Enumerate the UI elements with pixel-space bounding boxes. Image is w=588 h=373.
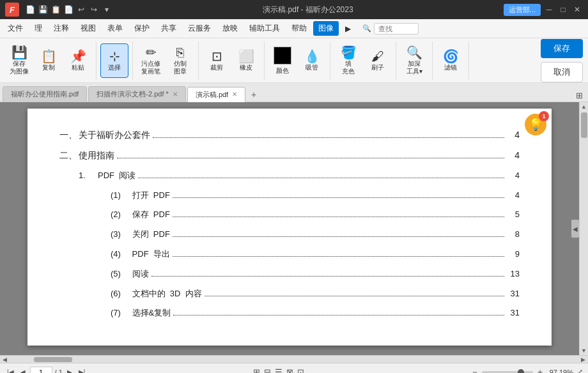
save-as-image-button[interactable]: 💾 保存为图像 xyxy=(5,43,33,78)
two-page-icon[interactable]: ⊠ xyxy=(286,367,293,373)
next-page-button[interactable]: ▶ xyxy=(65,368,74,373)
scroll-up-arrow[interactable]: ▲ xyxy=(580,102,589,111)
tab-label: 福昕办公使用指南.pdf xyxy=(11,89,79,99)
search-input[interactable] xyxy=(374,23,419,34)
eraser-button[interactable]: ⬜ 橡皮 xyxy=(232,43,260,78)
toc-dots xyxy=(173,197,504,198)
menu-view[interactable]: 视图 xyxy=(75,21,101,36)
menu-protect[interactable]: 保护 xyxy=(129,21,155,36)
cancel-button[interactable]: 取消 xyxy=(541,62,583,82)
tab-scan-doc[interactable]: 扫描件演示文档-2.pdf * ✕ xyxy=(88,86,185,102)
first-page-button[interactable]: |◀ xyxy=(5,368,16,373)
save-button[interactable]: 保存 xyxy=(541,39,583,58)
tab-list-icon[interactable]: ⊞ xyxy=(573,89,585,102)
select-button[interactable]: ⊹ 选择 xyxy=(100,43,128,78)
tool-group-deepen: 🔍 加深工具▾ xyxy=(400,42,433,80)
undo-icon[interactable]: ↩ xyxy=(75,4,87,15)
close-button[interactable]: ✕ xyxy=(571,4,583,15)
page-navigation: |◀ ◀ / 1 ▶ ▶| xyxy=(5,367,87,374)
brush-button[interactable]: 🖌 刷子 xyxy=(364,43,392,78)
right-scrollbar[interactable]: ▲ ▼ xyxy=(579,102,588,355)
menu-file[interactable]: 文件 xyxy=(3,21,28,36)
h-scroll-left-arrow[interactable]: ◀ xyxy=(1,356,8,363)
maximize-button[interactable]: □ xyxy=(557,4,569,15)
toc-page: 5 xyxy=(507,208,520,222)
color-swatch xyxy=(274,47,291,65)
zoom-out-button[interactable]: － xyxy=(470,367,479,374)
toc-number: 一、 xyxy=(59,128,79,142)
side-collapse-arrow[interactable]: ◀ xyxy=(571,220,579,238)
toc-page: 4 xyxy=(507,128,520,142)
menu-image[interactable]: 图像 xyxy=(313,21,339,36)
continuous-icon[interactable]: ☰ xyxy=(275,367,282,373)
horizontal-scrollbar[interactable]: ◀ ▶ xyxy=(0,355,588,363)
h-scroll-right-arrow[interactable]: ▶ xyxy=(580,356,587,363)
notification-icon[interactable]: 💡 1 xyxy=(525,114,546,135)
toc-page: 9 xyxy=(507,248,520,261)
toc-dots xyxy=(153,137,504,138)
tab-fuxin-guide[interactable]: 福昕办公使用指南.pdf xyxy=(3,86,87,102)
menu-edit[interactable]: 理 xyxy=(29,21,47,36)
toc-title: 关于福昕办公套件 xyxy=(79,128,150,142)
tab-add-button[interactable]: + xyxy=(247,88,261,102)
toc-number: (6) xyxy=(111,287,130,301)
redo-icon[interactable]: ↪ xyxy=(88,4,100,15)
scroll-thumb[interactable] xyxy=(581,112,587,138)
menu-cloud[interactable]: 云服务 xyxy=(183,21,216,36)
more-icon[interactable]: ▾ xyxy=(101,4,112,15)
tab-demo[interactable]: 演示稿.pdf ✕ xyxy=(187,87,245,102)
copy-button[interactable]: 📋 复制 xyxy=(35,43,63,78)
h-scroll-thumb[interactable] xyxy=(34,357,72,362)
menu-share[interactable]: 共享 xyxy=(156,21,182,36)
tool-group-fill: 🪣 填充色 🖌 刷子 xyxy=(334,42,396,80)
toc-title: 使用指南 xyxy=(79,148,114,162)
zoom-slider[interactable] xyxy=(482,371,533,374)
menu-comment[interactable]: 注释 xyxy=(49,21,74,36)
tab-close-icon[interactable]: ✕ xyxy=(232,91,237,98)
fill-button[interactable]: 🪣 填充色 xyxy=(334,43,362,78)
copy-icon[interactable]: 📋 xyxy=(50,4,61,15)
pdf-page: 一、 关于福昕办公套件 4 二、 使用指南 4 1. PDF 阅读 4 (1) … xyxy=(27,109,552,346)
thumbnail-view-icon[interactable]: ⊞ xyxy=(253,367,260,373)
crop-button[interactable]: ⊡ 裁剪 xyxy=(203,43,231,78)
toc-title: PDF 阅读 xyxy=(98,169,135,183)
menu-help[interactable]: 帮助 xyxy=(286,21,312,36)
menu-form[interactable]: 表单 xyxy=(102,21,128,36)
fit-window-button[interactable]: ⤢ xyxy=(577,368,583,373)
deepen-icon: 🔍 xyxy=(406,46,422,59)
save-icon[interactable]: 💾 xyxy=(37,4,49,15)
fit-icon[interactable]: ⊡ xyxy=(297,367,304,373)
eyedropper-button[interactable]: 💧 吸管 xyxy=(298,43,326,78)
minimize-button[interactable]: ─ xyxy=(543,4,555,15)
menu-more[interactable]: ▶ xyxy=(340,22,356,35)
eyedropper-icon: 💧 xyxy=(304,50,320,63)
menu-accessibility[interactable]: 辅助工具 xyxy=(244,21,285,36)
toc-row-5: (2) 保存 PDF 5 xyxy=(111,208,520,222)
open-icon[interactable]: 📄 xyxy=(24,4,36,15)
tool-group-save: 💾 保存为图像 📋 复制 📌 粘贴 xyxy=(5,42,97,80)
prev-page-button[interactable]: ◀ xyxy=(19,368,27,373)
page-input[interactable] xyxy=(30,367,52,374)
scroll-down-arrow[interactable]: ▼ xyxy=(580,346,589,355)
retouch-button[interactable]: ✏ 污点修复画笔 xyxy=(137,43,165,78)
single-page-icon[interactable]: ⊟ xyxy=(264,367,271,373)
new-icon[interactable]: 📄 xyxy=(63,4,74,15)
crop-icon: ⊡ xyxy=(212,50,222,63)
title-bar: F 📄 💾 📋 📄 ↩ ↪ ▾ 演示稿.pdf - 福昕办公2023 运营部..… xyxy=(0,0,588,19)
filter-button[interactable]: 🌀 滤镜 xyxy=(437,43,465,78)
search-dropdown[interactable]: 🔍 xyxy=(362,24,371,33)
toc-page: 13 xyxy=(507,268,520,281)
zoom-in-button[interactable]: ＋ xyxy=(536,367,545,374)
tab-close-icon[interactable]: ✕ xyxy=(173,91,178,98)
yunying-button[interactable]: 运营部... xyxy=(504,4,541,16)
paste-button[interactable]: 📌 粘贴 xyxy=(64,43,92,78)
zoom-thumb[interactable] xyxy=(518,369,524,374)
toc-number: (1) xyxy=(111,189,130,202)
menu-present[interactable]: 放映 xyxy=(217,21,243,36)
toc-row-6: (3) 关闭 PDF 8 xyxy=(111,228,520,241)
last-page-button[interactable]: ▶| xyxy=(77,368,88,373)
color-button[interactable]: 颜色 xyxy=(268,43,297,78)
toc-dots xyxy=(173,217,504,217)
clone-button[interactable]: ⎘ 仿制图章 xyxy=(166,43,194,78)
deepen-button[interactable]: 🔍 加深工具▾ xyxy=(400,43,428,78)
